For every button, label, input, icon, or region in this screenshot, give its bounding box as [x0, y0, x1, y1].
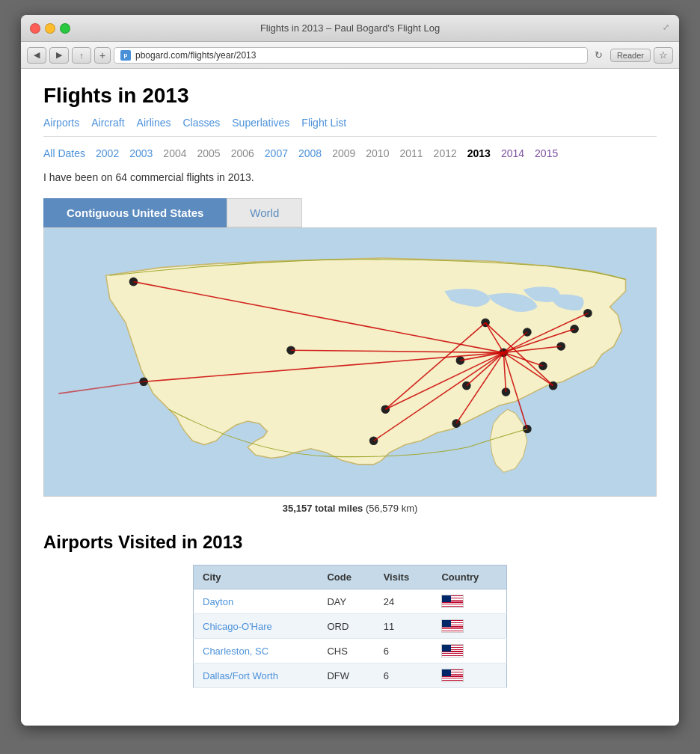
nav-superlatives[interactable]: Superlatives [232, 117, 289, 129]
visits-cell: 6 [375, 639, 433, 663]
nav-flight-list[interactable]: Flight List [301, 117, 346, 129]
code-cell: DFW [318, 663, 374, 688]
map-caption: 35,157 total miles (56,579 km) [43, 503, 657, 514]
minimize-button[interactable] [45, 23, 55, 34]
col-country: Country [432, 566, 506, 589]
city-link[interactable]: Chicago-O'Hare [203, 621, 272, 632]
nav-links: Airports Aircraft Airlines Classes Super… [43, 117, 657, 137]
country-cell [432, 639, 506, 663]
country-cell [432, 663, 506, 688]
year-2002[interactable]: 2002 [96, 147, 119, 159]
titlebar: Flights in 2013 – Paul Bogard's Flight L… [21, 15, 679, 42]
col-code: Code [318, 566, 374, 589]
us-flag-icon [441, 669, 464, 682]
airports-table-wrapper: City Code Visits Country Dayton DAY 24 C… [43, 565, 657, 688]
airports-table: City Code Visits Country Dayton DAY 24 C… [193, 565, 507, 688]
country-cell [432, 589, 506, 614]
close-button[interactable] [30, 23, 40, 34]
forward-button[interactable]: ▶ [49, 47, 69, 64]
us-flag-icon [441, 644, 464, 658]
tab-world-map[interactable]: World [227, 198, 302, 227]
code-cell: CHS [318, 639, 374, 663]
nav-aircraft[interactable]: Aircraft [91, 117, 124, 129]
nav-airlines[interactable]: Airlines [137, 117, 171, 129]
tab-us-map[interactable]: Contiguous United States [43, 198, 227, 227]
year-2008[interactable]: 2008 [298, 147, 322, 159]
browser-window: Flights in 2013 – Paul Bogard's Flight L… [21, 15, 679, 726]
year-2009[interactable]: 2009 [332, 147, 355, 159]
col-city: City [194, 566, 319, 589]
year-2015[interactable]: 2015 [535, 147, 558, 159]
year-links: All Dates 2002 2003 2004 2005 2006 2007 … [43, 147, 657, 159]
resize-icon[interactable]: ⤢ [660, 21, 672, 33]
flights-description: I have been on 64 commercial flights in … [43, 171, 657, 183]
code-cell: DAY [318, 589, 374, 614]
visits-cell: 11 [375, 614, 433, 639]
back-button[interactable]: ◀ [27, 47, 46, 64]
us-flag-icon [441, 619, 464, 633]
page-content: Flights in 2013 Airports Aircraft Airlin… [21, 69, 679, 726]
table-row: Charleston, SC CHS 6 [194, 639, 507, 663]
nav-airports[interactable]: Airports [43, 117, 79, 129]
country-cell [432, 614, 506, 639]
year-2013[interactable]: 2013 [467, 147, 491, 159]
year-2003[interactable]: 2003 [129, 147, 153, 159]
svg-point-19 [452, 420, 461, 428]
traffic-lights [30, 23, 70, 34]
bookmark-button[interactable]: ☆ [654, 47, 673, 64]
city-cell: Dallas/Fort Worth [194, 663, 319, 688]
city-cell: Charleston, SC [194, 639, 319, 663]
reload-button[interactable]: ↻ [591, 47, 607, 64]
url-favicon: p [120, 50, 131, 61]
url-text: pbogard.com/flights/year/2013 [135, 50, 256, 61]
city-link[interactable]: Charleston, SC [203, 646, 268, 657]
flight-map [43, 227, 657, 497]
year-2007[interactable]: 2007 [265, 147, 288, 159]
window-title: Flights in 2013 – Paul Bogard's Flight L… [260, 22, 440, 34]
city-link[interactable]: Dayton [203, 596, 233, 607]
map-svg [44, 228, 656, 496]
year-2005[interactable]: 2005 [197, 147, 221, 159]
zoom-button[interactable] [60, 23, 70, 34]
city-cell: Chicago-O'Hare [194, 614, 319, 639]
city-link[interactable]: Dallas/Fort Worth [203, 670, 278, 681]
city-cell: Dayton [194, 589, 319, 614]
airports-section-title: Airports Visited in 2013 [43, 532, 657, 553]
year-all-dates[interactable]: All Dates [43, 147, 85, 159]
year-2010[interactable]: 2010 [366, 147, 389, 159]
visits-cell: 24 [375, 589, 433, 614]
nav-classes[interactable]: Classes [182, 117, 220, 129]
map-tabs: Contiguous United States World [43, 198, 657, 227]
url-bar[interactable]: p pbogard.com/flights/year/2013 [114, 47, 588, 64]
table-row: Chicago-O'Hare ORD 11 [194, 614, 507, 639]
table-row: Dayton DAY 24 [194, 589, 507, 614]
new-tab-button[interactable]: + [94, 47, 111, 64]
visits-cell: 6 [375, 663, 433, 688]
year-2011[interactable]: 2011 [399, 147, 423, 159]
year-2014[interactable]: 2014 [501, 147, 524, 159]
table-row: Dallas/Fort Worth DFW 6 [194, 663, 507, 688]
year-2012[interactable]: 2012 [434, 147, 457, 159]
share-button[interactable]: ↑ [72, 47, 91, 64]
col-visits: Visits [375, 566, 433, 589]
code-cell: ORD [318, 614, 374, 639]
us-flag-icon [441, 595, 464, 608]
reader-button[interactable]: Reader [610, 49, 651, 62]
year-2006[interactable]: 2006 [231, 147, 254, 159]
year-2004[interactable]: 2004 [163, 147, 186, 159]
browser-toolbar: ◀ ▶ ↑ + p pbogard.com/flights/year/2013 … [21, 42, 679, 69]
page-title: Flights in 2013 [43, 84, 657, 108]
